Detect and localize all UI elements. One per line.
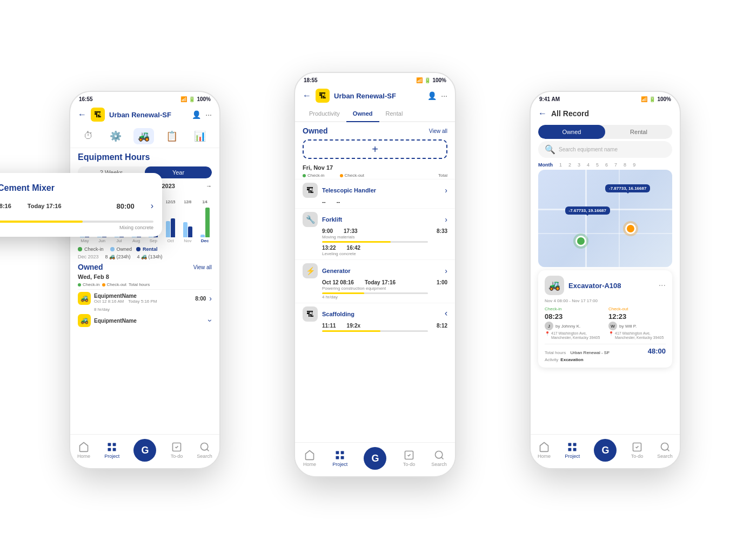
total-hours-label: Total hours (129, 282, 150, 287)
checkin-dot (78, 283, 81, 286)
left-back-button[interactable]: ← (78, 110, 86, 119)
tab-equipment[interactable]: 🚜 (133, 128, 154, 144)
cement-chevron[interactable]: › (151, 201, 153, 211)
total-val: 48:00 (648, 347, 666, 355)
nav-search-center[interactable]: Search (431, 450, 447, 467)
toggle-owned[interactable]: Owned (538, 125, 605, 139)
equipment-row-1: 🚜 EquipmentName Oct 12 8:16 AM Today 5:1… (78, 289, 212, 307)
tab-rental[interactable]: Rental (379, 106, 410, 121)
excav-menu[interactable]: ··· (659, 281, 666, 290)
left-view-all[interactable]: View all (193, 264, 212, 270)
scaffolding-item: 🏗 Scaffolding › 11:11 19:2x 8:12 (295, 303, 455, 335)
month-1[interactable]: 1 (559, 162, 562, 168)
checkout-location: 📍 417 Washington Ave, Manchester, Kentuc… (608, 331, 666, 341)
nav-home-right[interactable]: Home (538, 442, 551, 459)
right-status-bar: 9:41 AM 📶 🔋 100% (531, 92, 680, 104)
equip-name-2: EquipmentName (94, 318, 137, 324)
more-icon[interactable]: ··· (205, 110, 212, 119)
left-project-icon: 🏗 (91, 108, 105, 122)
nav-todo-right[interactable]: To-do (631, 442, 644, 459)
svg-rect-7 (341, 451, 344, 455)
nav-center-left[interactable]: G (133, 439, 156, 462)
month-3[interactable]: 3 (578, 162, 580, 168)
equip-chevron-1[interactable]: › (209, 294, 212, 303)
search-input[interactable]: Search equipment name (559, 146, 618, 152)
telescopic-chevron[interactable]: › (445, 186, 447, 195)
svg-rect-13 (573, 443, 577, 446)
excav-name: Excavator-A108 (568, 282, 654, 290)
svg-rect-1 (113, 443, 116, 446)
right-back-button[interactable]: ← (538, 109, 547, 118)
tab-productivity[interactable]: Productivity (303, 106, 346, 121)
nav-project-center[interactable]: Project (332, 450, 347, 467)
bar-oct: 12/15 Oct (164, 200, 178, 243)
nav-home-center[interactable]: Home (303, 450, 316, 467)
toggle-rental[interactable]: Rental (605, 125, 672, 139)
center-phone: 18:55 📶 🔋 100% ← 🏗 Urban Renewal-SF 👤 ··… (294, 72, 456, 477)
tab-chart[interactable]: 📊 (190, 128, 210, 144)
equipment-hours-title: Equipment Hours (70, 148, 219, 164)
nav-search-right[interactable]: Search (657, 442, 673, 459)
generator-chevron[interactable]: › (445, 266, 447, 275)
left-status-icons: 📶 🔋 100% (180, 96, 211, 102)
tab-owned[interactable]: Owned (346, 106, 379, 121)
right-phone: 9:41 AM 📶 🔋 100% ← All Record Owned Rent… (530, 91, 681, 469)
johnny-avatar: J (545, 322, 553, 330)
nav-project-right[interactable]: Project (565, 442, 580, 459)
cement-checkin: Oct 12 08:16 (0, 203, 11, 209)
add-user-icon[interactable]: 👤 (192, 110, 201, 119)
nav-todo-left[interactable]: To-do (171, 442, 183, 459)
month-8[interactable]: 8 (624, 162, 626, 168)
next-period[interactable]: → (206, 183, 212, 189)
cement-progress (0, 221, 153, 223)
total-hours-row: Total hours Urban Renewal - SF 48:00 (545, 344, 666, 356)
nav-center-center[interactable]: G (364, 447, 386, 470)
tab-settings[interactable]: ⚙️ (105, 128, 126, 144)
total-label: Total hours (545, 350, 566, 355)
left-owned-section: Owned View all Wed, Feb 8 Check-in Check… (70, 261, 219, 331)
month-9[interactable]: 9 (633, 162, 635, 168)
center-more[interactable]: ··· (441, 91, 447, 100)
search-icon: 🔍 (545, 144, 555, 155)
nav-todo-center[interactable]: To-do (403, 450, 416, 467)
right-bottom-nav: Home Project G To-do Search (531, 434, 680, 468)
nav-search-left[interactable]: Search (197, 442, 212, 459)
svg-point-11 (435, 451, 442, 458)
nav-project-left[interactable]: Project (104, 442, 119, 459)
left-battery: 100% (197, 96, 211, 102)
center-col-headers: Check-in Check-out Total (295, 172, 455, 179)
nav-home-left[interactable]: Home (77, 442, 90, 459)
month-5[interactable]: 5 (596, 162, 599, 168)
equip-chevron-2[interactable]: › (206, 319, 215, 322)
month-7[interactable]: 7 (614, 162, 617, 168)
forklift-name: Forklift (322, 216, 440, 223)
month-2[interactable]: 2 (568, 162, 571, 168)
scaffolding-chevron[interactable]: › (445, 309, 447, 319)
tab-timeline[interactable]: ⏱ (79, 128, 98, 144)
chart-legend: Check-in Owned Rental (70, 245, 219, 253)
cement-checkout: Today 17:16 (28, 203, 62, 209)
tab-schedule[interactable]: 📋 (162, 128, 182, 144)
generator-item: ⚡ Generator › Oct 12 08:16 Today 17:16 1… (295, 259, 455, 303)
left-tab-bar: ⏱ ⚙️ 🚜 📋 📊 (70, 125, 219, 148)
total-site: Urban Renewal - SF (571, 350, 610, 355)
center-add-user[interactable]: 👤 (427, 91, 437, 100)
center-project-title: Urban Renewal-SF (334, 92, 423, 100)
left-status-bar: 16:55 📶 🔋 100% (70, 92, 219, 104)
center-bottom-nav: Home Project G To-do Search (295, 442, 455, 476)
excav-header: 🚜 Excavator-A108 ··· (545, 276, 666, 295)
forklift-chevron[interactable]: › (445, 215, 447, 224)
generator-times: Oct 12 08:16 Today 17:16 1:00 (322, 279, 447, 285)
month-scroll: Month 1 2 3 4 5 6 7 8 9 (531, 160, 680, 170)
center-back-button[interactable]: ← (303, 91, 311, 101)
nav-center-right[interactable]: G (594, 439, 617, 462)
month-label[interactable]: Month (538, 162, 553, 168)
generator-activity: Powering construction equipment (322, 286, 447, 291)
svg-rect-0 (108, 443, 111, 446)
month-6[interactable]: 6 (605, 162, 608, 168)
center-view-all[interactable]: View all (429, 128, 447, 134)
add-equipment-button[interactable]: + (303, 139, 447, 159)
search-bar[interactable]: 🔍 Search equipment name (538, 141, 672, 158)
month-4[interactable]: 4 (587, 162, 590, 168)
checkout-col: Check-out 12:23 W by Will P. 📍 417 Washi… (608, 306, 666, 341)
